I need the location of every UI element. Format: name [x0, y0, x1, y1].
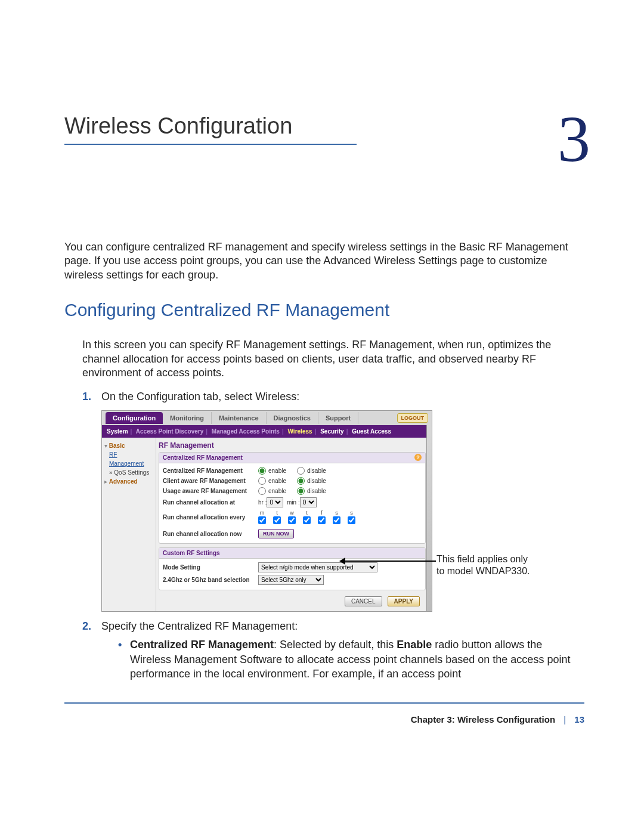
lbl-runnow: Run channel allocation now — [163, 531, 258, 537]
cancel-button[interactable]: CANCEL — [345, 596, 382, 606]
lbl-uarf: Usage aware RF Management — [163, 488, 258, 494]
annotation-text: This field applies only to model WNDAP33… — [436, 553, 532, 576]
uarf-disable[interactable]: disable — [297, 487, 326, 495]
sidebar-advanced[interactable]: Advanced — [109, 478, 138, 485]
tab-monitoring[interactable]: Monitoring — [163, 412, 212, 424]
section-title: Configuring Centralized RF Management — [64, 300, 584, 320]
step-2: Specify the Centralized RF Management: C… — [82, 620, 584, 681]
panel2-title: Custom RF Settings — [163, 550, 220, 556]
tab-configuration[interactable]: Configuration — [106, 412, 163, 424]
run-now-button[interactable]: RUN NOW — [258, 529, 294, 538]
tab-support[interactable]: Support — [318, 412, 358, 424]
main-title: RF Management — [159, 441, 426, 450]
lbl-crf: Centralized RF Management — [163, 467, 258, 474]
day-s1[interactable] — [333, 516, 340, 524]
app-window: Configuration Monitoring Maintenance Dia… — [101, 410, 432, 612]
step-2-text: Specify the Centralized RF Management: — [101, 620, 298, 632]
subnav-security[interactable]: Security — [320, 428, 343, 435]
annotation-line — [343, 561, 436, 562]
tab-diagnostics[interactable]: Diagnostics — [267, 412, 318, 424]
footer-chapter: Chapter 3: Wireless Configuration — [411, 714, 555, 724]
subnav-system[interactable]: System — [107, 428, 128, 435]
day-f[interactable] — [318, 516, 326, 524]
footer-page-number: 13 — [574, 714, 584, 724]
day-t2[interactable] — [303, 516, 311, 524]
lbl-carf: Client aware RF Management — [163, 478, 258, 484]
band-select[interactable]: Select 5Ghz only — [258, 575, 324, 585]
crf-disable[interactable]: disable — [297, 467, 326, 475]
sidebar-qos[interactable]: » QoS Settings — [104, 468, 153, 477]
carf-enable[interactable]: enable — [258, 477, 286, 485]
chapter-title: Wireless Configuration — [64, 113, 357, 145]
day-t1[interactable] — [273, 516, 281, 524]
page-footer: Chapter 3: Wireless Configuration | 13 — [64, 702, 584, 724]
chapter-number: 3 — [558, 106, 590, 172]
carf-disable[interactable]: disable — [297, 477, 326, 485]
logout-button[interactable]: LOGOUT — [397, 413, 429, 423]
help-icon[interactable]: ? — [414, 454, 422, 461]
section-paragraph: In this screen you can specify RF Manage… — [82, 338, 584, 380]
sidebar-basic[interactable]: Basic — [109, 442, 125, 449]
intro-paragraph: You can configure centralized RF managem… — [64, 240, 584, 282]
min-select[interactable]: 0 — [300, 497, 317, 507]
panel1-title: Centralized RF Management — [163, 454, 243, 461]
tab-maintenance[interactable]: Maintenance — [212, 412, 267, 424]
apply-button[interactable]: APPLY — [388, 596, 420, 606]
day-checkboxes: m t w t f s s — [258, 510, 355, 524]
subnav-wireless[interactable]: Wireless — [288, 428, 312, 435]
chapter-header: Wireless Configuration 3 — [64, 113, 584, 145]
subnav-apdiscovery[interactable]: Access Point Discovery — [136, 428, 203, 435]
crf-enable[interactable]: enable — [258, 467, 286, 475]
screenshot-wrap: Configuration Monitoring Maintenance Dia… — [101, 410, 602, 612]
subnav-guest[interactable]: Guest Access — [352, 428, 391, 435]
subnav-managed[interactable]: Managed Access Points — [212, 428, 280, 435]
panel-custom-rf: Custom RF Settings Mode Setting Select n… — [159, 547, 426, 590]
day-m[interactable] — [258, 516, 266, 524]
lbl-band: 2.4Ghz or 5Ghz band selection — [163, 577, 258, 583]
sidebar: ▾ Basic RF Management » QoS Settings ▸ A… — [102, 438, 156, 611]
step-1: On the Configuration tab, select Wireles… — [82, 391, 584, 612]
lbl-runevery: Run channel allocation every — [163, 514, 258, 521]
day-w[interactable] — [288, 516, 296, 524]
hr-select[interactable]: 0 — [267, 497, 283, 507]
uarf-enable[interactable]: enable — [258, 487, 286, 495]
bullet-crf: Centralized RF Management: Selected by d… — [118, 637, 584, 681]
lbl-mode: Mode Setting — [163, 564, 258, 571]
sub-nav: System| Access Point Discovery| Managed … — [102, 425, 432, 438]
sidebar-rf[interactable]: RF Management — [104, 450, 153, 468]
step-1-text: On the Configuration tab, select Wireles… — [101, 391, 299, 402]
day-s2[interactable] — [348, 516, 355, 524]
top-tabs: Configuration Monitoring Maintenance Dia… — [102, 411, 432, 425]
mode-select[interactable]: Select n/g/b mode when supported — [258, 562, 377, 572]
panel-centralized-rf: Centralized RF Management ? Centralized … — [159, 452, 426, 544]
lbl-runat: Run channel allocation at — [163, 499, 258, 506]
